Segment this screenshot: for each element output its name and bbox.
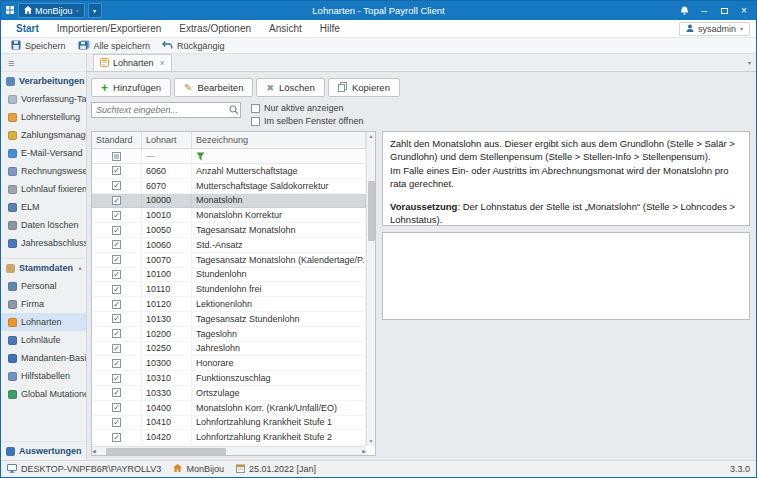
column-bezeichnung[interactable]: Bezeichnung (192, 132, 366, 148)
table-row[interactable]: 10330 Ortszulage (92, 386, 366, 401)
standard-cell[interactable] (92, 327, 142, 342)
filter-standard-cell[interactable] (92, 149, 142, 163)
horizontal-scrollbar[interactable]: ◀ ▶ (92, 446, 366, 455)
sidebar-item-elm[interactable]: ELM (1, 198, 86, 216)
table-row[interactable]: 10060 Std.-Ansatz (92, 238, 366, 253)
client-selector[interactable]: MonBijou ▾ (18, 3, 85, 18)
close-button[interactable]: × (734, 2, 754, 19)
sidebar-item-lohnl-ufe[interactable]: Lohnläufe (1, 331, 86, 349)
client-dropdown-button[interactable]: ▾ (88, 3, 102, 18)
section-header-verarbeitungen[interactable]: Verarbeitungen ▲ (1, 71, 86, 90)
sidebar-item-e-mail-versand[interactable]: E-Mail-Versand (1, 144, 86, 162)
table-row[interactable]: 10200 Tageslohn (92, 327, 366, 342)
checkbox-selbes-fenster[interactable]: Im selben Fenster öffnen (251, 116, 363, 126)
standard-cell[interactable] (92, 282, 142, 297)
standard-cell[interactable] (92, 223, 142, 238)
sidebar-item-lohnerstellung[interactable]: Lohnerstellung (1, 108, 86, 126)
standard-cell[interactable] (92, 238, 142, 253)
tab-start[interactable]: Start (7, 20, 48, 37)
notifications-bell-icon[interactable] (674, 2, 694, 19)
table-row[interactable]: 6060 Anzahl Mutterschaftstage (92, 164, 366, 179)
edit-button[interactable]: ✎ Bearbeiten (174, 78, 253, 97)
minimize-button[interactable]: – (694, 2, 714, 19)
standard-cell[interactable] (92, 194, 142, 209)
maximize-button[interactable] (714, 2, 734, 19)
vertical-scrollbar[interactable]: ▲ ▼ (366, 132, 375, 446)
doc-tab-lohnarten[interactable]: Lohnarten × (93, 54, 172, 71)
standard-cell[interactable] (92, 253, 142, 268)
standard-cell[interactable] (92, 208, 142, 223)
user-menu[interactable]: sysadmin ▾ (679, 22, 750, 36)
table-row[interactable]: 10130 Tagesansatz Stundenlohn (92, 312, 366, 327)
add-button[interactable]: + Hinzufügen (91, 78, 171, 97)
horizontal-scroll-thumb[interactable] (106, 448, 226, 455)
sidebar-item-personal[interactable]: Personal (1, 277, 86, 295)
copy-button[interactable]: Kopieren (328, 78, 400, 97)
tab-extras-optionen[interactable]: Extras/Optionen (170, 20, 260, 37)
standard-cell[interactable] (92, 386, 142, 401)
app-grid-icon[interactable] (5, 5, 15, 17)
standard-cell[interactable] (92, 356, 142, 371)
scroll-right-icon[interactable]: ▶ (362, 447, 366, 456)
standard-cell[interactable] (92, 179, 142, 194)
section-header-auswertungen[interactable]: Auswertungen ▼ (1, 441, 86, 460)
standard-cell[interactable] (92, 297, 142, 312)
filter-bezeichnung-cell[interactable] (192, 149, 366, 163)
table-row[interactable]: 10010 Monatslohn Korrektur (92, 208, 366, 223)
undo-button[interactable]: Rückgängig (157, 39, 230, 53)
table-row[interactable]: 6070 Mutterschaftstage Saldokorrektur (92, 179, 366, 194)
sidebar-item-zahlungsmanager[interactable]: Zahlungsmanager (1, 126, 86, 144)
scroll-left-icon[interactable]: ◀ (92, 447, 96, 456)
table-row[interactable]: 10050 Tagesansatz Monatslohn (92, 223, 366, 238)
table-row[interactable]: 10400 Monatslohn Korr. (Krank/Unfall/EO) (92, 401, 366, 416)
sidebar-item-global-mutationen[interactable]: Global Mutationen (1, 385, 86, 403)
checkbox-nur-aktive[interactable]: Nur aktive anzeigen (251, 103, 363, 113)
delete-button[interactable]: ✖ Löschen (256, 78, 324, 97)
sidebar-hamburger-icon[interactable]: ≡ (1, 54, 86, 71)
vertical-scroll-thumb[interactable] (368, 181, 375, 241)
column-lohnart[interactable]: Lohnart (142, 132, 192, 148)
sidebar-item-firma[interactable]: Firma (1, 295, 86, 313)
table-row[interactable]: 10120 Lektionenlohn (92, 297, 366, 312)
table-row[interactable]: 10300 Honorare (92, 356, 366, 371)
standard-cell[interactable] (92, 164, 142, 179)
drawer-icon (6, 264, 15, 273)
scroll-up-icon[interactable]: ▲ (369, 132, 374, 141)
sidebar-item-lohnlauf-fixieren[interactable]: Lohnlauf fixieren (1, 180, 86, 198)
standard-cell[interactable] (92, 268, 142, 283)
table-row[interactable]: 10410 Lohnfortzahlung Krankheit Stufe 1 (92, 416, 366, 431)
table-row[interactable]: 10420 Lohnfortzahlung Krankheit Stufe 2 (92, 430, 366, 445)
tab-list-chevron-icon[interactable]: ▾ (748, 59, 751, 66)
tab-hilfe[interactable]: Hilfe (311, 20, 349, 37)
tab-ansicht[interactable]: Ansicht (260, 20, 311, 37)
standard-cell[interactable] (92, 312, 142, 327)
sidebar-item-mandanten-basistabellen[interactable]: Mandanten-Basistabellen (1, 349, 86, 367)
column-standard[interactable]: Standard (92, 132, 142, 148)
tab-close-icon[interactable]: × (160, 58, 165, 68)
sidebar-item-hilfstabellen[interactable]: Hilfstabellen (1, 367, 86, 385)
standard-cell[interactable] (92, 371, 142, 386)
sidebar-item-daten-l-schen[interactable]: Daten löschen (1, 216, 86, 234)
search-input[interactable] (91, 102, 241, 118)
save-button[interactable]: Speichern (6, 39, 71, 53)
sidebar-item-vorerfassung-tabelle[interactable]: Vorerfassung-Tabelle (1, 90, 86, 108)
section-header-stammdaten[interactable]: Stammdaten ▲ (1, 258, 86, 277)
table-row[interactable]: 10250 Jahreslohn (92, 342, 366, 357)
tab-importieren-exportieren[interactable]: Importieren/Exportieren (48, 20, 171, 37)
standard-cell[interactable] (92, 401, 142, 416)
standard-cell[interactable] (92, 430, 142, 445)
sidebar-item-lohnarten[interactable]: Lohnarten (1, 313, 86, 331)
table-row[interactable]: 10110 Stundenlohn frei (92, 282, 366, 297)
standard-cell[interactable] (92, 342, 142, 357)
table-row[interactable]: 10310 Funktionszuschlag (92, 371, 366, 386)
table-row[interactable]: 10070 Tagesansatz Monatslohn (Kalenderta… (92, 253, 366, 268)
table-row[interactable]: 10000 Monatslohn (92, 194, 366, 209)
filter-lohnart-cell[interactable]: — (142, 149, 192, 163)
sidebar-item-jahresabschluss[interactable]: Jahresabschluss (1, 234, 86, 252)
standard-cell[interactable] (92, 416, 142, 431)
save-all-button[interactable]: Alle speichern (73, 39, 156, 53)
sidebar-item-rechnungswesen[interactable]: Rechnungswesen (1, 162, 86, 180)
search-icon[interactable] (229, 105, 239, 117)
scroll-down-icon[interactable]: ▼ (369, 437, 374, 446)
table-row[interactable]: 10100 Stundenlohn (92, 268, 366, 283)
